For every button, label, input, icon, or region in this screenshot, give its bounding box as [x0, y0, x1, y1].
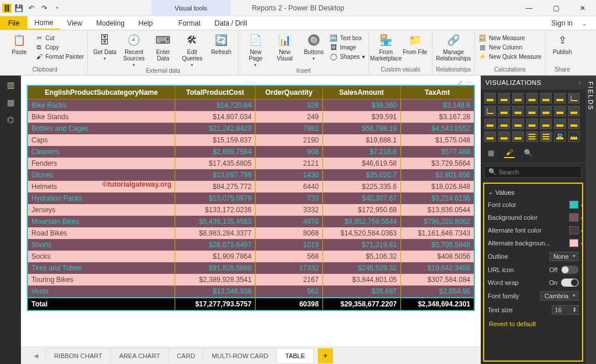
viz-scatter-icon[interactable]	[554, 106, 566, 116]
table-row[interactable]: Helmets$84,275.7726440$225,335.6$18,026.…	[27, 181, 474, 192]
format-search-input[interactable]: 🔍Search	[484, 166, 582, 178]
model-view-icon[interactable]: ⌬	[5, 114, 16, 126]
viz-kpi-icon[interactable]	[498, 131, 510, 142]
save-icon[interactable]: 💾	[13, 2, 24, 14]
buttons-button[interactable]: 🔘Buttons▾	[300, 31, 327, 61]
viz-treemap-icon[interactable]	[498, 119, 510, 129]
add-page-button[interactable]: +	[318, 348, 333, 363]
format-painter-button[interactable]: 🖌Format Painter	[35, 52, 84, 60]
table-row[interactable]: Bike Racks$14,720.64328$39,360$3,148.8	[27, 99, 474, 112]
visual-drag-handle[interactable]: ⋯⋯	[27, 80, 475, 85]
viz-100-column-icon[interactable]	[554, 93, 566, 104]
fields-pane-collapsed[interactable]: FIELDS	[586, 76, 596, 364]
page-tab-table[interactable]: TABLE	[276, 348, 314, 363]
font-family-select[interactable]: Cambria	[540, 291, 579, 301]
redo-icon[interactable]: ↷	[38, 2, 50, 14]
page-tab-ribbon-chart[interactable]: RIBBON CHART	[45, 348, 111, 363]
qat-dropdown-icon[interactable]: ▾	[51, 2, 63, 14]
viz-waterfall-icon[interactable]	[540, 106, 552, 116]
copy-button[interactable]: ⧉Copy	[35, 43, 84, 51]
viz-map-icon[interactable]	[512, 119, 524, 129]
recent-sources-button[interactable]: 🕘Recent Sources▾	[120, 31, 147, 67]
tab-data-drill[interactable]: Data / Drill	[208, 16, 254, 30]
manage-relationships-button[interactable]: 🔗Manage Relationships	[436, 31, 471, 62]
new-column-button[interactable]: ▥New Column	[478, 43, 541, 51]
from-file-button[interactable]: 📁From File	[402, 31, 428, 55]
get-data-button[interactable]: 🗄Get Data▾	[91, 31, 118, 61]
viz-area-icon[interactable]	[484, 106, 496, 116]
viz-r-script-icon[interactable]: R	[554, 131, 566, 142]
alt-background-color-swatch[interactable]: ▾	[569, 239, 579, 247]
viz-pie-icon[interactable]	[568, 106, 580, 116]
close-button[interactable]: ✕	[569, 0, 596, 16]
table-row[interactable]: Cleaners$2,699.7564908$7,218.6$577.488	[27, 146, 474, 158]
tab-format[interactable]: Format	[172, 16, 208, 30]
viz-clustered-bar-icon[interactable]	[512, 93, 524, 104]
page-tab-multi-row-card[interactable]: MULTI-ROW CARD	[203, 348, 277, 363]
viz-matrix-icon[interactable]	[540, 131, 552, 142]
more-options-icon[interactable]: ⋯	[466, 79, 473, 87]
table-row[interactable]: Tires and Tubes$91,828.568817332$245,529…	[27, 262, 474, 274]
background-color-swatch[interactable]: ▾	[569, 213, 579, 222]
page-nav-left[interactable]: ◄	[33, 352, 40, 360]
word-wrap-toggle[interactable]	[561, 279, 579, 287]
viz-line-icon[interactable]	[568, 93, 580, 104]
focus-mode-icon[interactable]: ⤢	[457, 79, 463, 87]
new-quick-measure-button[interactable]: ⚡New Quick Measure	[478, 52, 541, 60]
url-icon-toggle[interactable]	[561, 266, 579, 274]
table-visual[interactable]: ⋯⋯ ⤢ ⋯ EnglishProductSubcategoryNameTota…	[27, 80, 475, 311]
column-header[interactable]: EnglishProductSubcategoryName	[27, 85, 175, 99]
visualizations-header[interactable]: VISUALIZATIONS›	[481, 76, 586, 90]
report-canvas[interactable]: ⋯⋯ ⤢ ⋯ EnglishProductSubcategoryNameTota…	[21, 76, 481, 347]
viz-import-custom-icon[interactable]: ⋯	[568, 131, 580, 142]
text-box-button[interactable]: 🔤Text box	[329, 34, 365, 42]
page-tab-area-chart[interactable]: AREA CHART	[111, 348, 169, 363]
viz-line-column-icon[interactable]	[512, 106, 524, 116]
viz-clustered-column-icon[interactable]	[526, 93, 538, 104]
column-header[interactable]: TotalProductCost	[175, 85, 256, 99]
from-marketplace-button[interactable]: 🏪From Marketplace	[372, 31, 399, 62]
report-view-icon[interactable]: ▥	[5, 79, 16, 91]
sign-in-link[interactable]: Sign in	[551, 16, 573, 30]
table-row[interactable]: Gloves$13,097.7991430$35,020.7$2,801.656	[27, 169, 474, 181]
viz-stacked-bar-icon[interactable]	[484, 93, 496, 104]
tab-help[interactable]: Help	[132, 16, 160, 30]
font-color-swatch[interactable]: ▾	[569, 201, 579, 209]
table-row[interactable]: Bike Stands$14,807.034249$39,591$3,167.2…	[27, 111, 474, 123]
values-section-header[interactable]: ⌄Values	[487, 186, 580, 198]
viz-card-icon[interactable]	[568, 119, 580, 129]
new-page-button[interactable]: 📄New Page▾	[242, 31, 269, 67]
table-row[interactable]: Road Bikes$8,983,284.33778068$14,520,584…	[27, 227, 474, 239]
outline-select[interactable]: None	[549, 252, 579, 261]
shapes-button[interactable]: ◯Shapes ▾	[329, 52, 365, 60]
image-button[interactable]: 🖼Image	[329, 43, 365, 51]
viz-slicer-icon[interactable]	[512, 131, 524, 142]
viz-table-icon[interactable]	[526, 131, 538, 142]
minimize-button[interactable]: —	[516, 0, 542, 16]
table-row[interactable]: Caps$15,159.8372190$19,688.1$1,575.048	[27, 134, 474, 146]
paste-button[interactable]: 📋Paste	[6, 31, 33, 55]
table-row[interactable]: Socks$1,909.7864568$5,106.32$408.5056	[27, 251, 474, 262]
column-header[interactable]: SalesAmount	[322, 85, 400, 99]
refresh-button[interactable]: 🔄Refresh	[208, 31, 235, 55]
fields-tab-icon[interactable]: ▦	[485, 148, 496, 158]
text-size-spinner[interactable]: 16▴▾	[552, 305, 579, 315]
viz-funnel-icon[interactable]	[540, 119, 552, 129]
data-view-icon[interactable]: ▦	[5, 97, 16, 108]
viz-ribbon-icon[interactable]	[526, 106, 538, 116]
table-row[interactable]: Bottles and Cages$21,242.84237981$56,798…	[27, 123, 474, 134]
tab-modeling[interactable]: Modeling	[89, 16, 132, 30]
collapse-ribbon-icon[interactable]: ⌄	[582, 16, 587, 30]
table-row[interactable]: Hydration Packs$15,075.0979733$40,307.67…	[27, 192, 474, 204]
format-tab-icon[interactable]: 🖌	[504, 148, 515, 158]
revert-to-default-link[interactable]: Revert to default	[487, 317, 580, 331]
table-row[interactable]: Fenders$17,435.68052121$46,619.58$3,729.…	[27, 158, 474, 169]
viz-multi-row-card-icon[interactable]	[484, 131, 496, 142]
viz-gauge-icon[interactable]	[554, 119, 566, 129]
maximize-button[interactable]: ▢	[542, 0, 569, 16]
publish-button[interactable]: ⇪Publish	[549, 31, 576, 55]
new-visual-button[interactable]: 📊New Visual	[271, 31, 298, 62]
column-header[interactable]: OrderQuantity	[256, 85, 322, 99]
tab-home[interactable]: Home	[27, 16, 60, 30]
edit-queries-button[interactable]: 🛠Edit Queries▾	[179, 31, 205, 67]
